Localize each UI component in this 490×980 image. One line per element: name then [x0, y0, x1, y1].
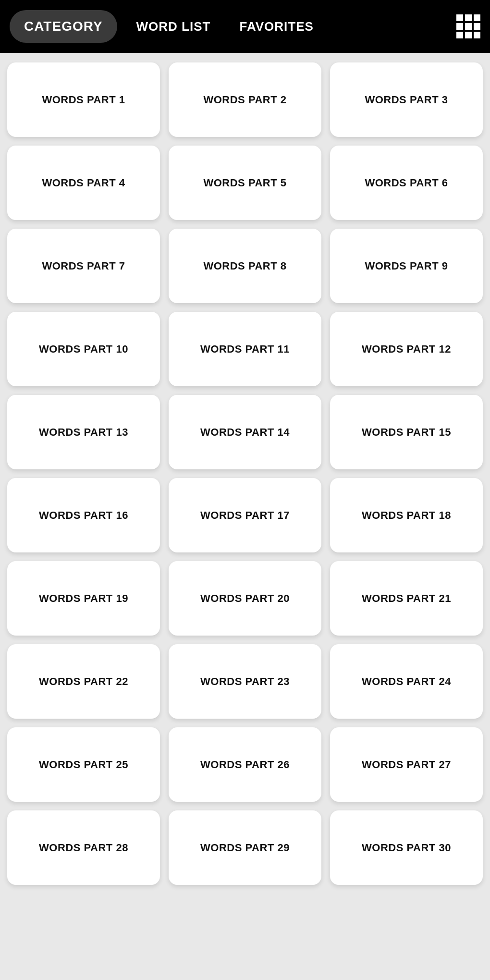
- word-card-label: WORDS PART 17: [200, 509, 290, 522]
- word-card-label: WORDS PART 6: [365, 177, 448, 189]
- word-card[interactable]: WORDS PART 21: [330, 561, 483, 636]
- word-card[interactable]: WORDS PART 12: [330, 312, 483, 386]
- words-grid: WORDS PART 1WORDS PART 2WORDS PART 3WORD…: [0, 53, 490, 894]
- word-card[interactable]: WORDS PART 11: [169, 312, 321, 386]
- word-card-label: WORDS PART 22: [39, 675, 128, 688]
- word-card[interactable]: WORDS PART 9: [330, 229, 483, 303]
- word-card-label: WORDS PART 23: [200, 675, 290, 688]
- word-card[interactable]: WORDS PART 27: [330, 727, 483, 802]
- word-card[interactable]: WORDS PART 23: [169, 644, 321, 719]
- word-card-label: WORDS PART 9: [365, 260, 448, 272]
- word-card[interactable]: WORDS PART 17: [169, 478, 321, 552]
- word-card[interactable]: WORDS PART 5: [169, 146, 321, 220]
- word-card-label: WORDS PART 19: [39, 592, 128, 605]
- word-card[interactable]: WORDS PART 8: [169, 229, 321, 303]
- word-card[interactable]: WORDS PART 10: [7, 312, 160, 386]
- word-card-label: WORDS PART 11: [200, 343, 290, 355]
- word-card-label: WORDS PART 25: [39, 759, 128, 771]
- grid-cell: [474, 23, 480, 30]
- word-card-label: WORDS PART 24: [362, 675, 451, 688]
- word-list-tab[interactable]: WORD LIST: [127, 11, 220, 43]
- word-card[interactable]: WORDS PART 30: [330, 810, 483, 885]
- grid-cell: [456, 32, 463, 38]
- word-card[interactable]: WORDS PART 26: [169, 727, 321, 802]
- word-card[interactable]: WORDS PART 18: [330, 478, 483, 552]
- word-card-label: WORDS PART 26: [200, 759, 290, 771]
- grid-cell: [465, 32, 472, 38]
- word-card-label: WORDS PART 13: [39, 426, 128, 439]
- word-card[interactable]: WORDS PART 4: [7, 146, 160, 220]
- word-card[interactable]: WORDS PART 29: [169, 810, 321, 885]
- word-card[interactable]: WORDS PART 6: [330, 146, 483, 220]
- word-card-label: WORDS PART 30: [362, 842, 451, 854]
- word-card-label: WORDS PART 8: [203, 260, 286, 272]
- word-card[interactable]: WORDS PART 28: [7, 810, 160, 885]
- grid-cell: [474, 14, 480, 21]
- word-card-label: WORDS PART 4: [42, 177, 125, 189]
- grid-view-icon[interactable]: [456, 14, 480, 38]
- word-card[interactable]: WORDS PART 14: [169, 395, 321, 469]
- word-card[interactable]: WORDS PART 19: [7, 561, 160, 636]
- word-card-label: WORDS PART 3: [365, 94, 448, 106]
- word-card[interactable]: WORDS PART 2: [169, 62, 321, 137]
- word-card-label: WORDS PART 1: [42, 94, 125, 106]
- grid-cell: [465, 14, 472, 21]
- word-card[interactable]: WORDS PART 7: [7, 229, 160, 303]
- word-card-label: WORDS PART 15: [362, 426, 451, 439]
- word-card-label: WORDS PART 5: [203, 177, 286, 189]
- word-card[interactable]: WORDS PART 24: [330, 644, 483, 719]
- word-card-label: WORDS PART 21: [362, 592, 451, 605]
- word-card[interactable]: WORDS PART 1: [7, 62, 160, 137]
- grid-cell: [456, 14, 463, 21]
- app-header: CATEGORY WORD LIST FAVORITES: [0, 0, 490, 53]
- word-card[interactable]: WORDS PART 16: [7, 478, 160, 552]
- word-card-label: WORDS PART 20: [200, 592, 290, 605]
- word-card[interactable]: WORDS PART 3: [330, 62, 483, 137]
- word-card[interactable]: WORDS PART 20: [169, 561, 321, 636]
- word-card-label: WORDS PART 27: [362, 759, 451, 771]
- word-card-label: WORDS PART 14: [200, 426, 290, 439]
- word-card-label: WORDS PART 18: [362, 509, 451, 522]
- word-card-label: WORDS PART 28: [39, 842, 128, 854]
- word-card-label: WORDS PART 7: [42, 260, 125, 272]
- grid-cell: [465, 23, 472, 30]
- word-card[interactable]: WORDS PART 25: [7, 727, 160, 802]
- word-card-label: WORDS PART 10: [39, 343, 128, 355]
- category-tab[interactable]: CATEGORY: [10, 10, 117, 43]
- word-card[interactable]: WORDS PART 22: [7, 644, 160, 719]
- word-card-label: WORDS PART 2: [203, 94, 286, 106]
- grid-cell: [456, 23, 463, 30]
- word-card-label: WORDS PART 29: [200, 842, 290, 854]
- word-card-label: WORDS PART 12: [362, 343, 451, 355]
- word-card[interactable]: WORDS PART 15: [330, 395, 483, 469]
- favorites-tab[interactable]: FAVORITES: [230, 11, 323, 43]
- grid-cell: [474, 32, 480, 38]
- word-card[interactable]: WORDS PART 13: [7, 395, 160, 469]
- word-card-label: WORDS PART 16: [39, 509, 128, 522]
